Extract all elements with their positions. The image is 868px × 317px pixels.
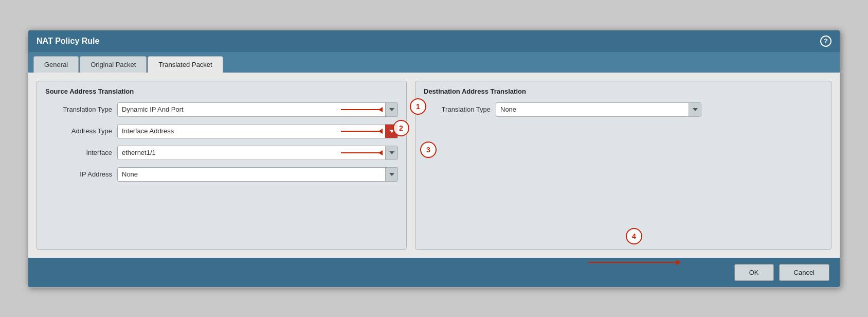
dest-section-title: Destination Address Translation bbox=[424, 87, 823, 95]
dest-translation-type-label: Translation Type bbox=[424, 105, 491, 113]
address-type-label: Address Type bbox=[45, 127, 112, 135]
help-icon[interactable]: ? bbox=[820, 36, 831, 47]
ip-address-value: None bbox=[118, 170, 385, 178]
dest-translation-type-dropdown-arrow[interactable] bbox=[689, 103, 701, 116]
arrow-down-icon bbox=[389, 108, 394, 111]
annotation-4-area: 4 bbox=[588, 228, 680, 263]
dest-translation-type-value: None bbox=[496, 105, 689, 113]
interface-select[interactable]: ethernet1/1 bbox=[117, 146, 398, 160]
nat-policy-dialog: NAT Policy Rule ? General Original Packe… bbox=[28, 30, 840, 288]
translation-type-dropdown-arrow[interactable] bbox=[385, 103, 397, 116]
arrow-right-icon bbox=[676, 260, 681, 265]
dest-address-section: Destination Address Translation Translat… bbox=[415, 81, 831, 250]
address-type-row: Address Type Interface Address 2 bbox=[45, 124, 398, 138]
annotation-arrow-1 bbox=[341, 109, 382, 110]
source-section-title: Source Address Translation bbox=[45, 87, 398, 95]
ip-address-row: IP Address None bbox=[45, 167, 398, 182]
ip-address-label: IP Address bbox=[45, 170, 112, 178]
translation-type-label: Translation Type bbox=[45, 105, 112, 113]
interface-row: Interface ethernet1/1 3 bbox=[45, 146, 398, 160]
tabs-bar: General Original Packet Translated Packe… bbox=[28, 52, 840, 73]
arrow-down-icon bbox=[693, 108, 698, 111]
translation-type-select[interactable]: Dynamic IP And Port bbox=[117, 102, 398, 117]
dialog-body: Source Address Translation Translation T… bbox=[28, 73, 840, 258]
address-type-select[interactable]: Interface Address bbox=[117, 124, 398, 138]
arrow-down-icon bbox=[389, 173, 394, 176]
ip-address-select[interactable]: None bbox=[117, 167, 398, 182]
tab-general[interactable]: General bbox=[33, 56, 79, 73]
tab-original-packet[interactable]: Original Packet bbox=[80, 56, 147, 73]
interface-label: Interface bbox=[45, 149, 112, 156]
annotation-arrow-2 bbox=[341, 131, 382, 132]
arrow-down-icon bbox=[389, 151, 394, 154]
dest-translation-type-select[interactable]: None bbox=[496, 102, 701, 117]
annotation-circle-2: 2 bbox=[393, 120, 409, 136]
dialog-footer: 4 OK Cancel bbox=[28, 258, 840, 287]
annotation-arrow-3 bbox=[341, 152, 382, 153]
source-address-section: Source Address Translation Translation T… bbox=[37, 81, 407, 250]
tab-translated-packet[interactable]: Translated Packet bbox=[148, 56, 223, 73]
annotation-circle-3: 3 bbox=[420, 142, 437, 158]
interface-dropdown-arrow[interactable] bbox=[385, 146, 397, 160]
annotation-arrow-4 bbox=[588, 262, 680, 263]
annotation-circle-4: 4 bbox=[626, 228, 642, 244]
cancel-button[interactable]: Cancel bbox=[779, 264, 829, 281]
dialog-header: NAT Policy Rule ? bbox=[28, 30, 840, 52]
ok-button[interactable]: OK bbox=[734, 264, 774, 281]
dest-translation-type-row: Translation Type None bbox=[424, 102, 823, 117]
translation-type-row: Translation Type Dynamic IP And Port 1 bbox=[45, 102, 398, 117]
ip-address-dropdown-arrow[interactable] bbox=[385, 168, 397, 181]
dialog-title: NAT Policy Rule bbox=[37, 37, 99, 46]
